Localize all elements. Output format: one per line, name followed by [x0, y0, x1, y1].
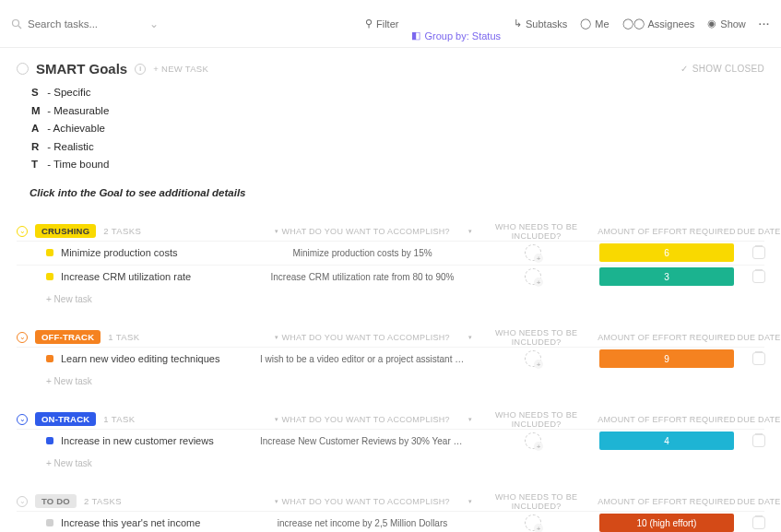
search-icon [11, 18, 22, 30]
due-date-cell[interactable] [736, 352, 781, 365]
col-accomplish: ▾WHAT DO YOU WANT TO ACCOMPLISH? [256, 497, 468, 506]
col-accomplish: ▾WHAT DO YOU WANT TO ACCOMPLISH? [256, 333, 468, 342]
group-by-label: Group by: Status [424, 30, 501, 41]
calendar-icon [752, 246, 765, 259]
task-row[interactable]: Increase CRM utilization rate Increase C… [17, 265, 764, 289]
eye-icon: ◉ [707, 18, 716, 30]
task-row[interactable]: Increase in new customer reviews Increas… [17, 429, 764, 453]
task-desc: increase net income by 2,5 Million Dolla… [256, 518, 468, 528]
effort-badge: 9 [599, 349, 734, 368]
assignee-cell[interactable] [468, 514, 598, 531]
task-title: Minimize production costs [61, 247, 178, 258]
assignee-cell[interactable] [468, 268, 598, 285]
status-square-icon [46, 437, 53, 444]
show-label: Show [720, 18, 746, 30]
status-square-icon [46, 273, 53, 280]
new-task-row[interactable]: + New task [17, 289, 764, 304]
task-desc: Increase CRM utilization rate from 80 to… [256, 272, 468, 282]
hint-text: Click into the Goal to see additional de… [30, 187, 764, 198]
check-icon: ✓ [680, 64, 688, 74]
assignees-label: Assignees [648, 18, 695, 30]
status-pill[interactable]: TO DO [35, 494, 77, 508]
assignee-cell[interactable] [468, 350, 598, 367]
task-title: Increase in new customer reviews [61, 435, 214, 446]
svg-line-1 [18, 26, 21, 29]
status-square-icon [46, 355, 53, 362]
status-square-icon [46, 249, 53, 256]
new-task-row[interactable]: + New task [17, 453, 764, 468]
task-desc: Increase New Customer Reviews by 30% Yea… [256, 436, 468, 446]
task-title: Learn new video editing techniques [61, 353, 219, 364]
task-count: 2 TASKS [84, 496, 122, 506]
me-button[interactable]: ◯ Me [580, 18, 609, 30]
task-title: Increase CRM utilization rate [61, 271, 191, 282]
task-count: 2 TASKS [103, 226, 141, 236]
due-date-cell[interactable] [736, 246, 781, 259]
col-effort: AMOUNT OF EFFORT REQUIRED [598, 497, 736, 506]
collapse-icon[interactable]: ⌄ [17, 414, 28, 425]
due-date-cell[interactable] [736, 516, 781, 529]
svg-point-0 [13, 19, 19, 26]
col-included: ▾WHO NEEDS TO BE INCLUDED? [468, 410, 598, 429]
status-pill[interactable]: OFF-TRACK [35, 330, 101, 344]
col-accomplish: ▾WHAT DO YOU WANT TO ACCOMPLISH? [256, 227, 468, 236]
task-desc: I wish to be a video editor or a project… [256, 354, 468, 364]
person-icon: ◯ [580, 18, 591, 30]
task-count: 1 TASK [108, 332, 139, 342]
info-icon[interactable]: i [135, 64, 146, 75]
subtasks-icon: ↳ [514, 18, 522, 30]
smart-definition: S - SpecificM - MeasurableA - Achievable… [31, 84, 764, 174]
calendar-icon [752, 516, 765, 529]
calendar-icon [752, 270, 765, 283]
col-accomplish: ▾WHAT DO YOU WANT TO ACCOMPLISH? [256, 415, 468, 424]
page-title: SMART Goals [36, 61, 127, 77]
collapse-icon[interactable]: ⌄ [17, 496, 28, 507]
task-row[interactable]: Increase this year's net income increase… [17, 511, 764, 532]
assignee-avatar-icon[interactable] [525, 244, 541, 261]
calendar-icon [752, 434, 765, 447]
task-row[interactable]: Learn new video editing techniques I wis… [17, 347, 764, 371]
filter-button[interactable]: ⚲ Filter [365, 18, 398, 30]
show-button[interactable]: ◉ Show [707, 18, 746, 30]
subtasks-button[interactable]: ↳ Subtasks [514, 18, 567, 30]
status-pill[interactable]: ON-TRACK [35, 412, 96, 426]
status-square-icon [46, 519, 53, 526]
col-included: ▾WHO NEEDS TO BE INCLUDED? [468, 222, 598, 241]
task-title: Increase this year's net income [61, 517, 200, 528]
col-effort: AMOUNT OF EFFORT REQUIRED [598, 333, 736, 342]
collapse-icon[interactable]: ⌄ [17, 332, 28, 343]
effort-badge: 6 [599, 243, 734, 262]
col-due: DUE DATE [736, 497, 781, 506]
assignee-avatar-icon[interactable] [525, 350, 541, 367]
col-due: DUE DATE [736, 415, 781, 424]
people-icon: ◯◯ [622, 18, 645, 30]
assignee-avatar-icon[interactable] [525, 268, 541, 285]
due-date-cell[interactable] [736, 270, 781, 283]
assignee-avatar-icon[interactable] [525, 432, 541, 449]
new-task-row[interactable]: + New task [17, 371, 764, 386]
show-closed-label: SHOW CLOSED [692, 64, 764, 74]
assignee-avatar-icon[interactable] [525, 514, 541, 531]
effort-badge: 4 [599, 432, 734, 450]
filter-icon: ⚲ [365, 18, 373, 30]
group-by-button[interactable]: ◧ Group by: Status [411, 30, 501, 41]
assignee-cell[interactable] [468, 432, 598, 449]
col-included: ▾WHO NEEDS TO BE INCLUDED? [468, 492, 598, 511]
calendar-icon [752, 352, 765, 365]
collapse-icon[interactable]: ⌄ [17, 226, 28, 237]
search-input[interactable] [28, 18, 120, 30]
assignee-cell[interactable] [468, 244, 598, 261]
due-date-cell[interactable] [736, 434, 781, 447]
assignees-button[interactable]: ◯◯ Assignees [622, 18, 695, 30]
new-task-button[interactable]: + NEW TASK [153, 64, 208, 74]
col-due: DUE DATE [736, 227, 781, 236]
col-due: DUE DATE [736, 333, 781, 342]
chevron-down-icon[interactable]: ⌄ [149, 18, 159, 30]
task-row[interactable]: Minimize production costs Minimize produ… [17, 241, 764, 265]
task-desc: Minimize production costs by 15% [256, 248, 468, 258]
show-closed-button[interactable]: ✓ SHOW CLOSED [680, 64, 764, 74]
col-effort: AMOUNT OF EFFORT REQUIRED [598, 415, 736, 424]
status-pill[interactable]: CRUSHING [35, 224, 96, 238]
task-count: 1 TASK [103, 414, 135, 424]
more-icon[interactable]: ··· [759, 18, 770, 30]
